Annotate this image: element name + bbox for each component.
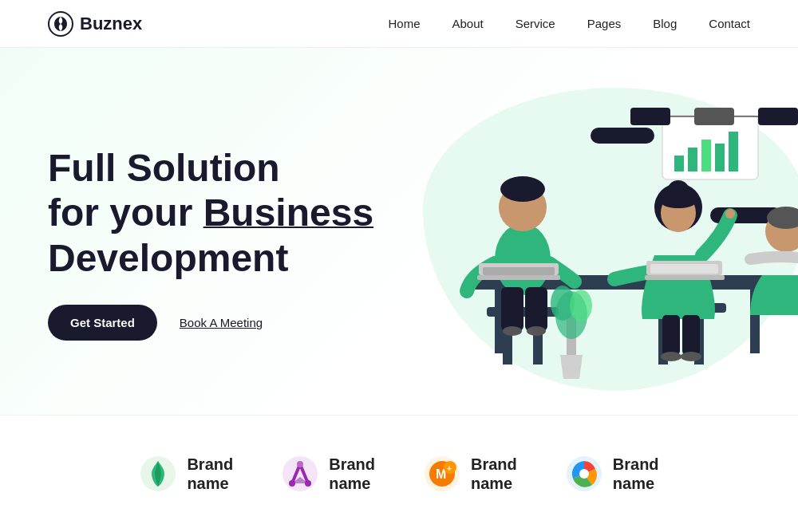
svg-rect-6: [729, 132, 738, 171]
svg-rect-33: [662, 315, 680, 355]
get-started-button[interactable]: Get Started: [48, 305, 157, 341]
svg-rect-34: [682, 315, 700, 355]
brand-name-3: Brandname: [471, 455, 517, 493]
brand-logo-4: [565, 455, 603, 493]
logo-icon: [48, 11, 73, 37]
hero-content: Full Solution for your Business Developm…: [48, 146, 407, 341]
brand-item-4: Brandname: [565, 455, 659, 493]
nav-item-about[interactable]: About: [452, 17, 483, 31]
nav-item-blog[interactable]: Blog: [653, 17, 677, 31]
brand-logo-1: [139, 455, 177, 493]
svg-point-54: [289, 480, 295, 487]
svg-point-26: [500, 176, 545, 202]
logo[interactable]: Buznex: [48, 11, 142, 37]
hero-line3: Development: [48, 237, 288, 279]
svg-point-36: [681, 352, 701, 361]
brand-item-1: Brandname: [139, 455, 233, 493]
hero-line2-bold: Business: [203, 191, 373, 234]
nav-item-home[interactable]: Home: [388, 17, 420, 31]
brand-logo-2: [281, 455, 319, 493]
svg-rect-12: [591, 128, 654, 144]
svg-point-50: [570, 290, 592, 321]
hero-illustration: [407, 84, 798, 403]
svg-rect-2: [674, 156, 684, 171]
brand-logo-3: M +: [423, 455, 461, 493]
brand-item-3: M + Brandname: [423, 455, 517, 493]
brand-item-2: Brandname: [281, 455, 375, 493]
svg-point-23: [503, 326, 522, 336]
svg-rect-43: [650, 264, 718, 274]
svg-point-53: [297, 461, 303, 467]
svg-rect-11: [758, 108, 798, 125]
nav-item-service[interactable]: Service: [516, 17, 555, 31]
svg-rect-3: [688, 148, 697, 171]
brand-name: Buznex: [80, 14, 142, 34]
brand-name-1: Brandname: [187, 455, 233, 493]
navbar: Buznex Home About Service Pages Blog Con…: [0, 0, 798, 48]
svg-rect-29: [477, 275, 560, 280]
book-meeting-button[interactable]: Book A Meeting: [180, 316, 263, 329]
svg-rect-22: [525, 287, 547, 331]
svg-point-20: [495, 223, 551, 295]
svg-point-41: [725, 209, 735, 219]
svg-point-62: [579, 469, 589, 479]
svg-rect-28: [483, 267, 555, 275]
hero-illustration-area: [407, 72, 798, 415]
nav-item-contact[interactable]: Contact: [709, 17, 750, 31]
svg-point-35: [661, 352, 681, 361]
nav-item-pages[interactable]: Pages: [587, 17, 622, 31]
nav-links: Home About Service Pages Blog Contact: [388, 17, 750, 31]
svg-rect-7: [630, 108, 670, 125]
svg-point-40: [661, 195, 696, 208]
svg-text:+: +: [447, 464, 452, 473]
hero-line2-plain: for your: [48, 191, 203, 234]
svg-point-24: [527, 326, 546, 336]
hero-buttons: Get Started Book A Meeting: [48, 305, 407, 341]
svg-rect-44: [645, 275, 725, 280]
hero-section: Full Solution for your Business Developm…: [0, 48, 798, 415]
svg-rect-9: [694, 108, 734, 125]
svg-rect-5: [715, 144, 725, 171]
svg-point-55: [305, 480, 311, 487]
svg-rect-4: [701, 140, 711, 171]
brand-name-2: Brandname: [329, 455, 375, 493]
svg-rect-21: [501, 287, 523, 331]
hero-line1: Full Solution: [48, 147, 280, 189]
brands-section: Brandname Brandname M + Brandname: [0, 415, 798, 532]
hero-title: Full Solution for your Business Developm…: [48, 146, 407, 282]
brand-name-4: Brandname: [613, 455, 659, 493]
